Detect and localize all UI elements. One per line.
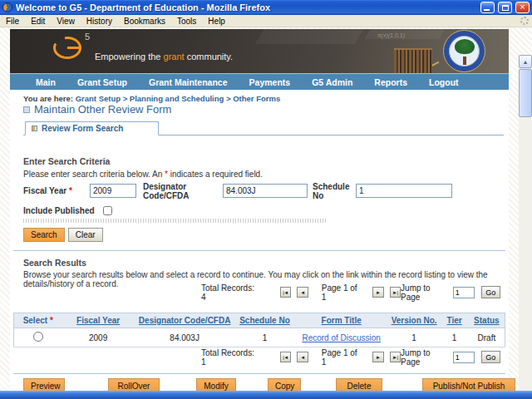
nav-item-g5-admin[interactable]: G5 Admin bbox=[301, 77, 363, 87]
record-select-radio[interactable] bbox=[33, 332, 43, 342]
jump-to-page-input-top[interactable] bbox=[453, 287, 475, 298]
scrollbar-thumb[interactable] bbox=[519, 69, 532, 117]
designator-code-label: Designator Code/CFDA bbox=[143, 182, 223, 200]
col-status[interactable]: Status bbox=[469, 313, 505, 328]
go-button-bottom[interactable]: Go bbox=[481, 351, 500, 363]
last-page-button[interactable]: ►| bbox=[390, 287, 401, 298]
fiscal-year-input[interactable] bbox=[90, 184, 136, 198]
record-of-discussion-link[interactable]: Record of Discussion bbox=[302, 333, 380, 342]
nav-item-payments[interactable]: Payments bbox=[239, 77, 302, 87]
first-page-button[interactable]: |◄ bbox=[280, 287, 292, 298]
go-button-top[interactable]: Go bbox=[481, 286, 500, 298]
close-button[interactable]: × bbox=[515, 2, 530, 13]
cell-version-no: 1 bbox=[388, 328, 441, 347]
jump-to-page-label-top: Jump to Page bbox=[401, 283, 446, 302]
page-indicator-top: Page 1 of 1 bbox=[322, 283, 359, 302]
criteria-note: Please enter search criteria below. An *… bbox=[23, 170, 263, 179]
close-icon: × bbox=[520, 2, 525, 12]
designator-code-input[interactable] bbox=[223, 184, 308, 198]
previous-page-button[interactable]: ◄ bbox=[297, 287, 308, 298]
department-of-education-seal-icon bbox=[443, 30, 485, 72]
breadcrumb-path[interactable]: Grant Setup > Planning and Scheduling > … bbox=[76, 94, 281, 103]
results-heading: Search Results bbox=[23, 258, 86, 268]
maximize-button[interactable] bbox=[498, 2, 512, 13]
nav-item-grant-maintenance[interactable]: Grant Maintenance bbox=[138, 77, 239, 87]
nav-item-reports[interactable]: Reports bbox=[363, 77, 418, 87]
pagination-bottom: Total Records: 1 |◄ ◄ Page 1 of 1 ► ►| J… bbox=[13, 351, 505, 363]
vertical-scrollbar[interactable]: ▲ ▼ bbox=[519, 55, 532, 399]
search-button[interactable]: Search bbox=[23, 228, 65, 242]
scroll-up-icon[interactable]: ▲ bbox=[519, 55, 532, 68]
breadcrumb-label: You are here: bbox=[23, 94, 76, 103]
nav-item-grant-setup[interactable]: Grant Setup bbox=[66, 77, 138, 87]
firefox-icon bbox=[2, 2, 12, 12]
tab-review-form-search[interactable]: Review Form Search bbox=[25, 121, 159, 135]
cell-schedule-no: 1 bbox=[234, 328, 294, 347]
total-records-bottom: Total Records: 1 bbox=[201, 348, 257, 367]
table-row: 2009 84.003J 1 Record of Discussion 1 1 … bbox=[14, 328, 505, 347]
total-records-top: Total Records: 4 bbox=[201, 283, 257, 302]
menu-history[interactable]: History bbox=[81, 17, 118, 26]
menu-view[interactable]: View bbox=[51, 17, 81, 26]
include-published-label: Include Published bbox=[23, 206, 95, 215]
section-divider bbox=[13, 250, 505, 251]
page-title: Maintain Other Review Form bbox=[34, 103, 171, 116]
menu-edit[interactable]: Edit bbox=[25, 17, 51, 26]
tab-label: Review Form Search bbox=[42, 124, 123, 133]
col-schedule-no[interactable]: Schedule No bbox=[234, 313, 294, 328]
search-results-table: Select * Fiscal Year Designator Code/CFD… bbox=[13, 313, 505, 347]
cell-designator: 84.003J bbox=[135, 328, 235, 347]
pagination-top: Total Records: 4 |◄ ◄ Page 1 of 1 ► ►| J… bbox=[13, 286, 505, 298]
schedule-no-input[interactable] bbox=[356, 184, 452, 198]
col-select: Select * bbox=[14, 313, 62, 328]
first-page-button-bottom[interactable]: |◄ bbox=[280, 352, 292, 362]
dotted-separator bbox=[23, 219, 328, 223]
jump-to-page-input-bottom[interactable] bbox=[453, 352, 475, 363]
banner-tagline: Empowering the grant community. bbox=[95, 52, 233, 62]
main-navigation: Main Grant Setup Grant Maintenance Payme… bbox=[10, 73, 509, 90]
previous-page-button-bottom[interactable]: ◄ bbox=[297, 352, 308, 362]
seal-tree-icon bbox=[455, 39, 475, 54]
next-page-button-bottom[interactable]: ► bbox=[372, 352, 384, 362]
cell-fiscal-year: 2009 bbox=[62, 328, 134, 347]
browser-menubar: File Edit View History Bookmarks Tools H… bbox=[0, 15, 532, 27]
window-titlebar[interactable]: Welcome to G5 - Department of Education … bbox=[0, 0, 532, 15]
windows-taskbar[interactable] bbox=[0, 391, 532, 399]
cell-status: Draft bbox=[469, 328, 505, 347]
next-page-button[interactable]: ► bbox=[372, 287, 384, 298]
menu-bookmarks[interactable]: Bookmarks bbox=[118, 17, 171, 26]
search-criteria-form: Fiscal Year * Designator Code/CFDA Sched… bbox=[23, 184, 452, 198]
menu-file[interactable]: File bbox=[0, 17, 25, 26]
maximize-icon bbox=[502, 5, 509, 11]
criteria-heading: Enter Search Criteria bbox=[23, 156, 110, 166]
menu-tools[interactable]: Tools bbox=[171, 17, 202, 26]
minimize-button[interactable] bbox=[480, 2, 495, 13]
firefox-window: Welcome to G5 - Department of Education … bbox=[0, 0, 532, 399]
tagline-grant-highlight: grant bbox=[164, 52, 185, 62]
g5-logo: 5 bbox=[53, 33, 86, 60]
nav-item-logout[interactable]: Logout bbox=[418, 77, 470, 87]
table-header-row: Select * Fiscal Year Designator Code/CFD… bbox=[14, 313, 505, 328]
menu-help[interactable]: Help bbox=[202, 17, 231, 26]
chalkboard-math-decoration: π(x)(1,0,1) bbox=[377, 32, 405, 38]
include-published-checkbox[interactable] bbox=[103, 206, 112, 215]
col-version-no[interactable]: Version No. bbox=[388, 313, 441, 328]
cell-tier: 1 bbox=[440, 328, 468, 347]
col-designator[interactable]: Designator Code/CFDA bbox=[135, 313, 235, 328]
page-viewport: π(x)(1,0,1) 5 Empowering the grant commu… bbox=[0, 27, 532, 391]
col-form-title[interactable]: Form Title bbox=[295, 313, 388, 328]
jump-to-page-label-bottom: Jump to Page bbox=[401, 348, 446, 367]
page-title-bullet-icon bbox=[23, 106, 30, 113]
nav-item-main[interactable]: Main bbox=[25, 77, 66, 87]
tab-icon bbox=[32, 126, 37, 131]
g5-banner: π(x)(1,0,1) 5 Empowering the grant commu… bbox=[10, 29, 509, 73]
page-content: You are here: Grant Setup > Planning and… bbox=[10, 90, 509, 391]
g5-logo-5: 5 bbox=[85, 32, 90, 42]
window-title: Welcome to G5 - Department of Education … bbox=[16, 2, 477, 12]
page-indicator-bottom: Page 1 of 1 bbox=[322, 348, 359, 367]
clear-button[interactable]: Clear bbox=[68, 228, 103, 242]
col-tier[interactable]: Tier bbox=[440, 313, 468, 328]
activity-throbber-icon bbox=[520, 17, 529, 25]
col-fiscal-year[interactable]: Fiscal Year bbox=[62, 313, 134, 328]
last-page-button-bottom[interactable]: ►| bbox=[390, 352, 401, 362]
